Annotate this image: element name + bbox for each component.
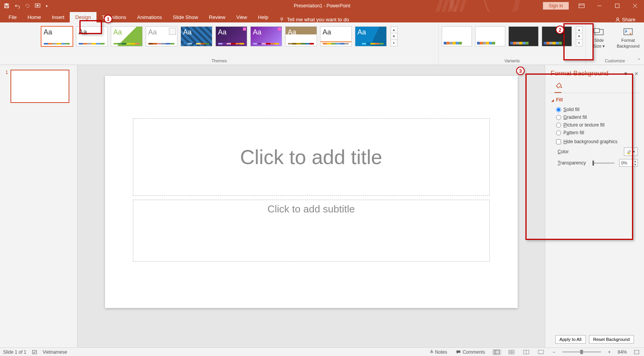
collapse-ribbon-icon[interactable]: ⌃ (637, 58, 641, 63)
tab-slideshow[interactable]: Slide Show (167, 12, 203, 22)
slide-thumbnail-1[interactable] (10, 70, 69, 103)
theme-slice[interactable]: Aa (355, 26, 387, 46)
apply-to-all-button[interactable]: Apply to All (555, 335, 586, 344)
hide-bg-graphics-checkbox[interactable]: Hide background graphics (551, 139, 638, 144)
status-bar: Slide 1 of 1 Vietnamese ≜ Notes Comments… (0, 347, 644, 356)
spell-check-icon[interactable] (32, 349, 37, 355)
start-from-beginning-icon[interactable] (35, 3, 41, 9)
themes-group-label: Themes (212, 58, 227, 64)
format-bg-label1: Format (622, 38, 635, 43)
tab-home[interactable]: Home (22, 12, 46, 22)
gradient-fill-option[interactable]: Gradient fill (551, 113, 638, 121)
subtitle-placeholder[interactable]: Click to add subtitle (133, 200, 490, 262)
share-button[interactable]: Share (610, 17, 641, 22)
variant-3[interactable] (508, 26, 539, 46)
tab-view[interactable]: View (231, 12, 253, 22)
minimize-icon[interactable] (591, 0, 608, 12)
tab-help[interactable]: Help (253, 12, 274, 22)
variant-4[interactable] (542, 26, 572, 46)
color-picker-button[interactable]: ▼ (624, 147, 638, 156)
theme-retrospect[interactable]: Aa (320, 26, 352, 46)
tab-review[interactable]: Review (203, 12, 231, 22)
pane-close-icon[interactable]: ✕ (633, 70, 640, 77)
theme-ion-board[interactable]: Aa (250, 26, 282, 46)
gallery-down-icon[interactable]: ▼ (391, 33, 397, 40)
title-placeholder[interactable]: Click to add title (133, 118, 490, 196)
variants-up-icon[interactable]: ▲ (576, 27, 582, 33)
pattern-fill-option[interactable]: Pattern fill (551, 129, 638, 137)
comments-button[interactable]: Comments (454, 349, 487, 355)
svg-rect-21 (509, 350, 511, 352)
slide-counter[interactable]: Slide 1 of 1 (3, 349, 26, 355)
maximize-icon[interactable] (608, 0, 626, 12)
svg-rect-1 (5, 4, 7, 5)
pane-options-icon[interactable]: ▼ (622, 70, 630, 77)
tab-transitions[interactable]: Transitions (96, 12, 132, 22)
reset-background-button[interactable]: Reset Background (589, 335, 634, 344)
save-icon[interactable] (4, 3, 9, 9)
reading-view-icon[interactable] (522, 350, 531, 354)
svg-rect-17 (627, 153, 631, 154)
transparency-input[interactable]: 0% ▲▼ (619, 159, 638, 167)
quick-access-toolbar: ▾ (0, 0, 52, 12)
format-bg-label2: Background (617, 44, 640, 49)
redo-icon[interactable] (25, 3, 30, 9)
theme-integral[interactable]: Aa (181, 26, 212, 46)
slide-sorter-icon[interactable] (507, 350, 516, 354)
theme-facet[interactable]: Aa (111, 26, 143, 46)
ribbon-display-icon[interactable] (573, 0, 591, 12)
picture-fill-option[interactable]: Picture or texture fill (551, 121, 638, 129)
tab-insert[interactable]: Insert (46, 12, 70, 22)
theme-ion[interactable]: Aa (215, 26, 247, 46)
language-label[interactable]: Vietnamese (43, 349, 67, 355)
sign-in-button[interactable]: Sign in (543, 2, 569, 10)
zoom-slider[interactable] (562, 351, 601, 353)
zoom-level[interactable]: 84% (618, 349, 627, 355)
format-background-button[interactable]: Format Background (614, 26, 642, 48)
svg-point-16 (561, 87, 562, 88)
variant-1[interactable] (442, 26, 472, 46)
fill-section-header[interactable]: Fill (551, 97, 638, 103)
gallery-more-icon[interactable]: ▾ (391, 40, 397, 46)
svg-rect-19 (494, 350, 499, 354)
variants-more-icon[interactable]: ▾ (576, 40, 582, 46)
undo-icon[interactable] (14, 3, 20, 9)
slide[interactable]: Click to add title Click to add subtitle (105, 76, 518, 308)
tab-design[interactable]: Design (70, 12, 96, 22)
tab-file[interactable]: File (3, 12, 22, 22)
theme-office[interactable]: Aa (41, 26, 73, 46)
slide-size-button[interactable]: Slide Size ▾ (587, 26, 611, 48)
zoom-in-icon[interactable]: + (606, 349, 612, 355)
theme-2[interactable]: Aa (76, 26, 108, 46)
theme-gallery2[interactable]: Aa (146, 26, 177, 46)
theme-organic[interactable]: Aa (285, 26, 317, 46)
svg-rect-18 (33, 350, 37, 354)
variants-group-label: Variants (505, 58, 520, 64)
format-background-pane: Format Background ▼ ✕ Fill Solid fill Gr… (545, 65, 644, 347)
themes-gallery-scroll: ▲ ▼ ▾ (391, 26, 398, 46)
spin-up-icon[interactable]: ▲ (633, 159, 637, 163)
variants-down-icon[interactable]: ▼ (576, 33, 582, 40)
normal-view-icon[interactable] (492, 349, 501, 355)
transparency-value: 0% (621, 161, 627, 165)
close-icon[interactable] (626, 0, 644, 12)
fit-to-window-icon[interactable] (632, 350, 641, 354)
transparency-slider[interactable] (592, 163, 615, 164)
slideshow-view-icon[interactable] (536, 350, 546, 354)
slide-canvas: Click to add title Click to add subtitle (77, 65, 545, 347)
solid-fill-option[interactable]: Solid fill (551, 106, 638, 113)
gallery-up-icon[interactable]: ▲ (391, 27, 397, 33)
zoom-out-icon[interactable]: − (551, 349, 557, 355)
slide-size-label1: Slide (594, 38, 604, 43)
spin-down-icon[interactable]: ▼ (633, 163, 637, 166)
svg-point-10 (281, 17, 283, 19)
tab-animations[interactable]: Animations (132, 12, 167, 22)
variant-2[interactable] (475, 26, 505, 46)
variants-gallery-scroll: ▲ ▼ ▾ (576, 26, 583, 46)
title-placeholder-text: Click to add title (240, 145, 382, 169)
themes-gallery: Aa Aa Aa Aa Aa Aa Aa Aa Aa Aa ▲ ▼ ▾ (41, 25, 398, 46)
fill-tab-icon[interactable] (554, 81, 635, 90)
qat-customize-icon[interactable]: ▾ (46, 4, 48, 8)
tell-me-search[interactable]: Tell me what you want to do (279, 17, 349, 22)
notes-button[interactable]: ≜ Notes (428, 349, 449, 355)
